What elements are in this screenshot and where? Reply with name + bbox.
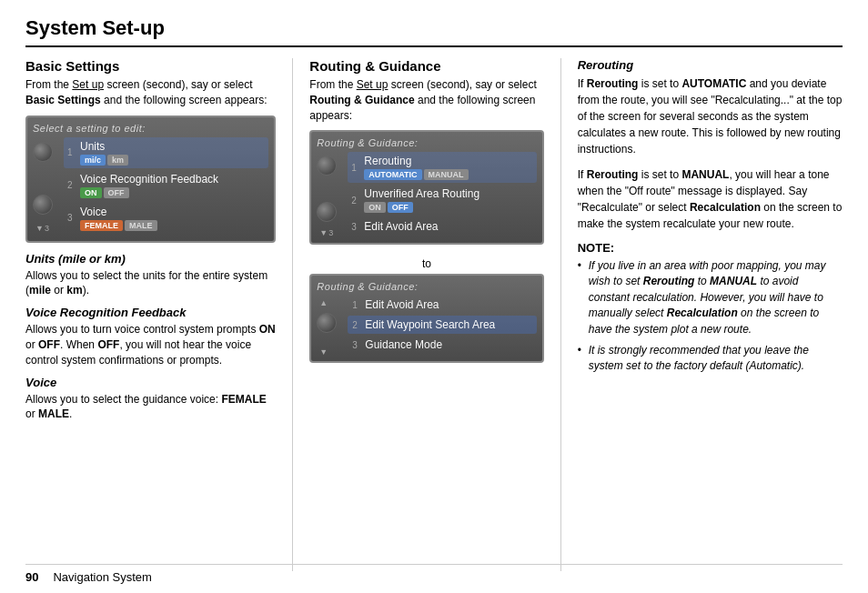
rerouting-manual-btn[interactable]: MANUAL: [424, 169, 469, 180]
down-label: 3: [45, 224, 49, 233]
screen2-row-3[interactable]: 3 Guidance Mode: [348, 336, 536, 354]
routing-rotary-knob-2[interactable]: [317, 202, 337, 222]
vrf-on-btn[interactable]: ON: [80, 187, 102, 198]
routing-knob-col: ▼ 3: [317, 152, 342, 237]
knob-2: [33, 195, 58, 215]
rerouting-body-2: If Rerouting is set to MANUAL, you will …: [578, 166, 843, 232]
rerouting-body-1: If Rerouting is set to AUTOMATIC and you…: [578, 75, 843, 157]
screen2-row-1[interactable]: 1 Edit Avoid Area: [348, 296, 536, 314]
routing-screen1-rows: 1 Rerouting AUTOMATIC MANUAL 2: [348, 152, 536, 237]
screen-rows: 1 Units mi/c km 2: [64, 137, 268, 236]
routing-arrow-down: ▼: [319, 228, 328, 237]
arrow-down-icon: ▼: [35, 224, 44, 233]
basic-settings-screen: Select a setting to edit: ▼ 3: [25, 116, 276, 243]
routing-screen2-header: Routing & Guidance:: [317, 281, 536, 292]
vrf-title: Voice Recognition Feedback: [25, 306, 276, 319]
voice-male-btn[interactable]: MALE: [125, 220, 157, 231]
routing-knob-2: [317, 202, 342, 222]
right-column: Rerouting If Rerouting is set to AUTOMAT…: [561, 58, 843, 571]
basic-settings-title: Basic Settings: [25, 58, 276, 74]
notes-list: If you live in an area with poor mapping…: [578, 258, 843, 375]
screen-row-units[interactable]: 1 Units mi/c km: [64, 137, 268, 168]
rerouting-section-title: Rerouting: [578, 58, 843, 72]
screen-row-voice[interactable]: 3 Voice FEMALE MALE: [64, 203, 268, 234]
up-arrow-label: ▲: [319, 298, 328, 307]
routing-knob-col-2: ▲ ▼: [317, 296, 342, 356]
knob-1: [33, 142, 58, 162]
note-item-1: If you live in an area with poor mapping…: [578, 258, 843, 337]
mid-column: Routing & Guidance From the Set up scree…: [293, 58, 560, 571]
routing-knob-3: [317, 313, 342, 333]
routing-arrow-down-2: ▼: [319, 347, 328, 357]
page-title: System Set-up: [25, 16, 843, 47]
units-mi-btn[interactable]: mi/c: [80, 155, 106, 166]
routing-screen1-header: Routing & Guidance:: [317, 137, 536, 148]
page: System Set-up Basic Settings From the Se…: [0, 0, 868, 593]
units-title: Units (mile or km): [25, 252, 276, 266]
knob-column: ▼ 3: [33, 137, 58, 236]
vrf-off-btn[interactable]: OFF: [104, 187, 129, 198]
unverified-on-btn[interactable]: ON: [364, 202, 386, 213]
routing-screen2-rows: 1 Edit Avoid Area 2 Edit Waypoint Search…: [348, 296, 536, 356]
left-column: Basic Settings From the Set up screen (s…: [25, 58, 293, 571]
screen-row-edit-avoid[interactable]: 3 Edit Avoid Area: [348, 217, 536, 236]
routing-guidance-intro: From the Set up screen (second), say or …: [309, 77, 543, 123]
routing-screen-1: Routing & Guidance: ▼ 3: [309, 130, 543, 245]
units-km-btn[interactable]: km: [107, 155, 128, 166]
footer-nav-title: Navigation System: [53, 570, 151, 584]
footer-page-num: 90: [25, 570, 38, 584]
screen-row-unverified[interactable]: 2 Unverified Area Routing ON OFF: [348, 185, 536, 216]
units-body: Allows you to select the units for the e…: [25, 268, 276, 299]
routing-guidance-title: Routing & Guidance: [309, 58, 543, 74]
screen-row-rerouting[interactable]: 1 Rerouting AUTOMATIC MANUAL: [348, 152, 536, 183]
screen-row-vrf[interactable]: 2 Voice Recognition Feedback ON OFF: [64, 170, 268, 201]
to-label: to: [309, 254, 543, 274]
vrf-body: Allows you to turn voice control system …: [25, 322, 276, 367]
unverified-off-btn[interactable]: OFF: [388, 202, 413, 213]
note-title: NOTE:: [578, 241, 843, 255]
routing-rotary-knob-1[interactable]: [317, 156, 337, 176]
rerouting-auto-btn[interactable]: AUTOMATIC: [364, 169, 421, 180]
routing-rotary-knob-3[interactable]: [317, 313, 337, 333]
voice-body: Allows you to select the guidance voice:…: [25, 392, 276, 423]
screen1-header: Select a setting to edit:: [33, 123, 268, 134]
routing-knob-1: [317, 156, 342, 176]
note-item-2: It is strongly recommended that you leav…: [578, 343, 843, 375]
footer: 90 Navigation System: [25, 564, 843, 584]
voice-title: Voice: [25, 376, 276, 389]
basic-settings-intro: From the Set up screen (second), say or …: [25, 77, 276, 108]
content-columns: Basic Settings From the Set up screen (s…: [25, 58, 843, 571]
rotary-knob-1[interactable]: [33, 142, 53, 162]
voice-female-btn[interactable]: FEMALE: [80, 220, 123, 231]
screen2-row-2[interactable]: 2 Edit Waypoint Search Area: [348, 316, 536, 334]
routing-screen-2: Routing & Guidance: ▲ ▼: [309, 274, 543, 363]
rotary-knob-2[interactable]: [33, 195, 53, 215]
